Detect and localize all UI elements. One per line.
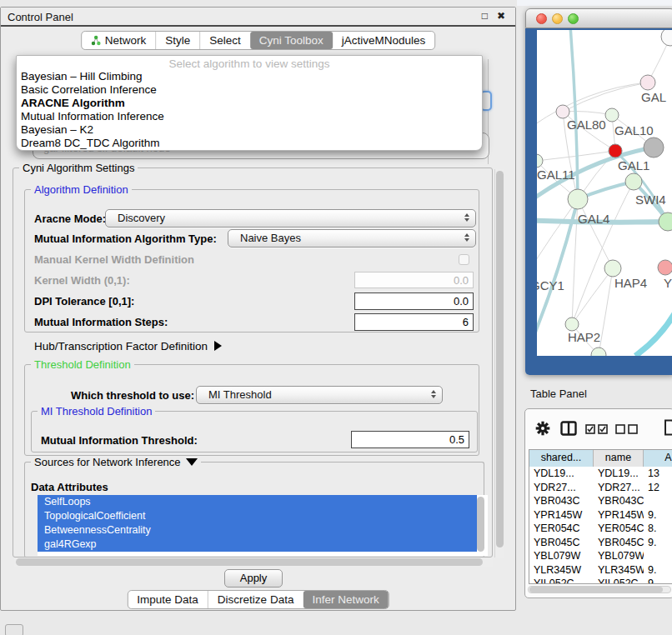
network-node[interactable]: [659, 212, 672, 231]
network-canvas[interactable]: GALGAL80GAL10GAL1GAL11SWI4GAL4GCY1HAP4YH…: [537, 30, 672, 356]
sources-group-title[interactable]: Sources for Network Inference: [31, 456, 201, 468]
manual-kernel-checkbox[interactable]: [459, 254, 469, 265]
network-node[interactable]: [658, 260, 672, 275]
network-node[interactable]: [556, 105, 569, 118]
settings-horizontal-scrollbar[interactable]: [14, 558, 493, 567]
tab-infer-network[interactable]: Infer Network: [303, 591, 388, 608]
table-row[interactable]: YBL079WYBL079W: [529, 549, 672, 563]
network-node[interactable]: [537, 154, 543, 168]
aracne-mode-combo[interactable]: Discovery: [105, 209, 476, 228]
table-row[interactable]: YIL052CYIL052C9.: [529, 577, 672, 584]
select-all-icon[interactable]: [585, 424, 609, 434]
tab-style[interactable]: Style: [155, 32, 199, 49]
apply-button[interactable]: Apply: [224, 569, 283, 588]
network-node-label: SWI4: [635, 192, 666, 207]
table-row[interactable]: YBR043CYBR043C: [529, 494, 672, 508]
tab-jactivemnodules[interactable]: jActiveMNodules: [333, 32, 435, 49]
table-horizontal-scrollbar[interactable]: [528, 586, 671, 593]
network-node[interactable]: [565, 318, 579, 331]
dropdown-item[interactable]: Bayesian – K2: [17, 123, 482, 137]
attribute-list-item[interactable]: BetweennessCentrality: [38, 523, 477, 538]
network-node[interactable]: [640, 75, 655, 90]
expand-right-icon: [214, 341, 222, 351]
table-row[interactable]: YDL19...YDL19...13: [529, 467, 672, 481]
table-cell: YBL079W: [594, 549, 644, 563]
close-traffic-light[interactable]: [536, 13, 547, 24]
dpi-tolerance-field[interactable]: 0.0: [354, 292, 474, 310]
table-cell: [644, 549, 672, 563]
tab-cyni-toolbox[interactable]: Cyni Toolbox: [250, 32, 333, 49]
table-row[interactable]: YDR27...YDR27...12: [529, 481, 672, 495]
function-builder-icon[interactable]: [664, 419, 672, 436]
dropdown-item[interactable]: Mutual Information Inference: [17, 110, 482, 123]
table-column-header[interactable]: shared...: [529, 450, 594, 467]
table-row[interactable]: YPR145WYPR145W9.: [529, 508, 672, 522]
float-icon[interactable]: □: [482, 10, 488, 22]
close-icon[interactable]: ✖: [497, 10, 505, 22]
settings-vertical-scrollbar[interactable]: [494, 169, 504, 558]
mi-steps-field[interactable]: 6: [354, 313, 474, 331]
network-node[interactable]: [661, 30, 672, 46]
network-node[interactable]: [568, 189, 588, 209]
dropdown-item[interactable]: Basic Correlation Inference: [17, 83, 482, 97]
table-panel-title: Table Panel: [530, 388, 587, 400]
table-column-header[interactable]: name: [594, 450, 644, 467]
table-cell: 9.: [644, 536, 672, 550]
table-row[interactable]: YLR345WYLR345W9.: [529, 563, 672, 578]
floating-mini-button[interactable]: [5, 624, 23, 635]
table-header-row: shared...nameA: [529, 450, 672, 467]
mi-type-combo[interactable]: Naive Bayes: [228, 229, 476, 248]
network-graph: GALGAL80GAL10GAL1GAL11SWI4GAL4GCY1HAP4YH…: [537, 30, 672, 356]
zoom-traffic-light[interactable]: [568, 13, 579, 24]
dropdown-item[interactable]: Bayesian – Hill Climbing: [17, 70, 482, 83]
network-view-window: GALGAL80GAL10GAL1GAL11SWI4GAL4GCY1HAP4YH…: [525, 8, 672, 375]
table-cell: YBR043C: [594, 494, 644, 508]
hub-definition-toggle[interactable]: Hub/Transcription Factor Definition: [34, 340, 222, 352]
gear-icon[interactable]: [535, 421, 550, 436]
dropdown-items: Bayesian – Hill ClimbingBasic Correlatio…: [17, 70, 482, 150]
table-cell: 13: [644, 467, 672, 481]
table-column-header[interactable]: A: [644, 450, 672, 467]
table-cell: YLR345W: [594, 563, 644, 578]
combo-arrows-icon: [464, 233, 469, 242]
node-table[interactable]: shared...nameA YDL19...YDL19...13YDR27..…: [529, 449, 672, 584]
manual-kernel-label: Manual Kernel Width Definition: [34, 253, 194, 266]
network-node[interactable]: [604, 260, 621, 277]
network-node[interactable]: [591, 348, 606, 356]
attribute-list-item[interactable]: SelfLoops: [38, 495, 477, 509]
network-node[interactable]: [644, 138, 664, 158]
which-threshold-label: Which threshold to use:: [71, 389, 194, 402]
tab-select[interactable]: Select: [199, 32, 250, 49]
tab-network[interactable]: Network: [82, 32, 156, 49]
which-threshold-combo[interactable]: MI Threshold: [196, 386, 443, 404]
minimize-traffic-light[interactable]: [552, 13, 563, 24]
table-cell: YIL052C: [594, 577, 644, 584]
columns-icon[interactable]: [560, 421, 577, 436]
table-row[interactable]: YBR045CYBR045C9.: [529, 536, 672, 550]
network-node[interactable]: [609, 144, 622, 158]
table-row[interactable]: YER054CYER054C8.: [529, 522, 672, 536]
table-cell: YPR145W: [529, 508, 594, 522]
table-cell: 12: [644, 481, 672, 495]
dropdown-item[interactable]: ARACNE Algorithm: [17, 97, 482, 110]
network-node-label: GAL4: [578, 212, 609, 226]
kernel-width-field[interactable]: 0.0: [354, 272, 474, 288]
network-node[interactable]: [605, 108, 619, 122]
attributes-scrollbar[interactable]: [477, 497, 484, 552]
table-cell: YDL19...: [529, 467, 594, 481]
mi-threshold-field[interactable]: 0.5: [351, 431, 469, 448]
deselect-all-icon[interactable]: [615, 424, 639, 434]
combo-arrows-icon: [431, 390, 436, 398]
attribute-list-item[interactable]: gal4RGexp: [38, 538, 477, 552]
attribute-list-item[interactable]: TopologicalCoefficient: [38, 509, 477, 523]
network-edge: [599, 268, 613, 355]
control-panel-title: Control Panel: [8, 11, 73, 23]
tab-discretize-data[interactable]: Discretize Data: [208, 591, 303, 608]
background-band: [517, 0, 672, 6]
dropdown-item[interactable]: Dream8 DC_TDC Algorithm: [17, 137, 482, 150]
tab-impute-data[interactable]: Impute Data: [128, 591, 208, 608]
network-node[interactable]: [625, 173, 642, 190]
network-node-label: GAL: [641, 90, 666, 104]
data-attributes-label: Data Attributes: [31, 481, 108, 493]
network-edge: [578, 199, 613, 268]
